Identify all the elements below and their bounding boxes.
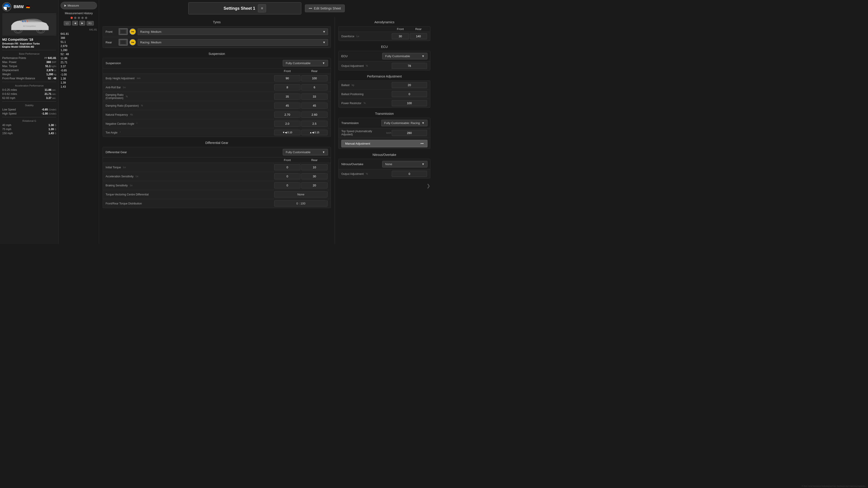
lap-label-btn[interactable]: L1: [64, 21, 70, 26]
transmission-header-row: Transmission Fully Customisable: Racing …: [339, 118, 430, 128]
natural-freq-label: Natural Frequency: [105, 113, 128, 116]
antiroll-label: Anti-Roll Bar: [105, 86, 121, 89]
ecu-dropdown-arrow: ▼: [422, 55, 425, 58]
settings-sheet-title: Settings Sheet 1: [223, 6, 255, 11]
car-svg-icon: M2 Competition: [4, 14, 54, 35]
engine-model-line: Engine Model S55B30A-M2: [2, 45, 56, 48]
nitrous-row-output: Output Adjustment % 0: [339, 169, 430, 178]
stat-torque: Max. Torque 51.1 kgfm: [2, 64, 56, 68]
measure-button[interactable]: Measure: [61, 2, 97, 9]
braking-sensitivity-front-value[interactable]: 0: [274, 182, 301, 188]
camber-front-value[interactable]: 2.0: [274, 121, 301, 127]
history-row-3: 51.1: [61, 40, 97, 44]
diff-dropdown-arrow: ▼: [322, 151, 325, 154]
stat-displacement: Displacement 2,979 cc: [2, 68, 56, 72]
ecu-section-header: ECU: [338, 43, 430, 50]
diff-row-vectoring: Torque-Vectoring Centre Differential Non…: [103, 190, 331, 199]
torque-vectoring-value[interactable]: None: [274, 191, 328, 197]
history-row-13: 1.39: [61, 80, 97, 85]
antiroll-rear-value[interactable]: 6: [301, 84, 328, 90]
downforce-rear-value[interactable]: 140: [410, 33, 427, 39]
nitrous-header-row: Nitrous/Overtake None ▼: [339, 159, 430, 169]
accel-sensitivity-front-value[interactable]: 0: [274, 173, 301, 180]
manual-adjust-container: Manual Adjustment •••: [339, 138, 430, 149]
transmission-type-dropdown[interactable]: Fully Customisable: Racing ▼: [381, 120, 428, 126]
aspiration-label: Aspiration: [20, 42, 32, 45]
left-panel: BMW BMW 🇩🇪 M2 Competition: [0, 0, 59, 244]
braking-sensitivity-rear-value[interactable]: 20: [301, 182, 328, 188]
tyres-section-header: Tyres: [103, 19, 331, 25]
flag-icon: 🇩🇪: [26, 5, 30, 8]
accel-perf-title: Acceleration Performance: [2, 84, 56, 87]
tyre-front-dropdown[interactable]: Racing: Medium ▼: [138, 29, 328, 35]
suspension-type-dropdown[interactable]: Fully Customisable ▼: [283, 60, 328, 66]
damping-comp-front-value[interactable]: 35: [274, 94, 301, 100]
body-height-front-value[interactable]: 90: [274, 75, 301, 81]
power-restrictor-value[interactable]: 100: [392, 100, 427, 106]
stat-062: 0-0.62 miles 21.71 sec.: [2, 92, 56, 96]
lap-next-btn[interactable]: ▶: [79, 21, 85, 26]
antiroll-front-value[interactable]: 8: [274, 84, 301, 90]
tyre-front-value: Racing: Medium: [140, 30, 161, 33]
measure-label: Measure: [68, 4, 79, 7]
torque-distribution-value[interactable]: 0 : 100: [274, 200, 328, 206]
stat-025: 0-0.25 miles 11.86 sec.: [2, 88, 56, 92]
lap-prev-btn[interactable]: ◀: [72, 21, 78, 26]
manual-adjust-btn[interactable]: Manual Adjustment •••: [341, 140, 428, 147]
damping-exp-front-value[interactable]: 45: [274, 103, 301, 109]
initial-torque-front-value[interactable]: 0: [274, 164, 301, 170]
damping-exp-rear-value[interactable]: 45: [301, 103, 328, 109]
initial-torque-rear-value[interactable]: 10: [301, 164, 328, 170]
downforce-front-value[interactable]: 30: [392, 33, 409, 39]
tyre-rear-dropdown[interactable]: Racing: Medium ▼: [138, 39, 328, 46]
aspiration-value: Turbo: [33, 42, 40, 45]
top-speed-value[interactable]: 280: [392, 130, 427, 136]
accel-sensitivity-label: Acceleration Sensitivity: [105, 175, 133, 178]
natural-freq-front-value[interactable]: 2.70: [274, 111, 301, 118]
nav-right-arrow-icon[interactable]: ❯: [427, 183, 430, 188]
natural-freq-rear-value[interactable]: 2.60: [301, 111, 328, 118]
accel-sensitivity-rear-value[interactable]: 30: [301, 173, 328, 180]
suspension-row-damping-exp: Damping Ratio (Expansion) % 45 45: [103, 101, 331, 110]
stability-title: Stability: [2, 104, 56, 107]
nitrous-type-dropdown[interactable]: None ▼: [382, 161, 428, 167]
output-adj-value[interactable]: 78: [392, 63, 427, 69]
diff-type-dropdown[interactable]: Fully Customisable ▼: [283, 149, 328, 156]
toe-front-value[interactable]: ▼◀ 0.10: [274, 130, 301, 135]
settings-sheet-btn[interactable]: Settings Sheet 1 ≡: [188, 2, 301, 14]
suspension-section-header: Suspension: [103, 51, 331, 57]
damping-comp-rear-value[interactable]: 33: [301, 94, 328, 100]
tyre-section: Front RM Racing: Medium ▼: [103, 26, 331, 48]
ecu-type-dropdown[interactable]: Fully Customisable ▼: [382, 53, 428, 59]
nitrous-group: Nitrous/Overtake None ▼ Output Adjustmen…: [338, 159, 430, 178]
nitrous-output-value[interactable]: 0: [392, 171, 427, 177]
toe-label: Toe Angle: [105, 131, 118, 134]
ecu-type: Fully Customisable: [385, 55, 410, 58]
tyre-rear-arrow: ▼: [322, 41, 326, 44]
lap-right-btn[interactable]: R1: [87, 21, 94, 26]
perf-adj-row-ballast: Ballast kg 20: [339, 80, 430, 90]
history-row-8: 21.71: [61, 60, 97, 64]
transmission-type: Fully Customisable: Racing: [384, 121, 420, 125]
diff-col-rear: Rear: [301, 158, 328, 162]
ballast-pos-value[interactable]: 0: [392, 91, 427, 97]
aero-col-front: Front: [391, 27, 409, 31]
right-settings: Aerodynamics Front Rear Downforce Lv. 30…: [335, 17, 434, 244]
body-height-rear-value[interactable]: 100: [301, 75, 328, 81]
app-container: BMW BMW 🇩🇪 M2 Competition: [0, 0, 434, 244]
output-adj-label: Output Adjustment: [341, 64, 364, 68]
edit-settings-btn[interactable]: ••• Edit Settings Sheet: [305, 4, 345, 12]
toe-rear-value[interactable]: ▲◀ 0.15: [301, 130, 328, 135]
power-restrictor-label: Power Restrictor: [341, 102, 362, 105]
menu-icon-btn[interactable]: ≡: [258, 4, 266, 12]
history-row-1: 641.81: [61, 32, 97, 36]
car-drivetrain-line: Drivetrain FR / Aspiration Turbo: [2, 42, 56, 45]
stat-6293: 62-93 mph 3.37 sec.: [2, 96, 56, 100]
camber-rear-value[interactable]: 2.5: [301, 121, 328, 127]
history-row-2: 388: [61, 36, 97, 40]
ballast-value[interactable]: 20: [392, 82, 427, 88]
suspension-row-antiroll: Anti-Roll Bar Lv. 8 6: [103, 83, 331, 92]
nitrous-type: None: [385, 162, 392, 166]
ecu-header-row: ECU Fully Customisable ▼: [339, 51, 430, 61]
svg-text:BMW: BMW: [5, 5, 8, 6]
